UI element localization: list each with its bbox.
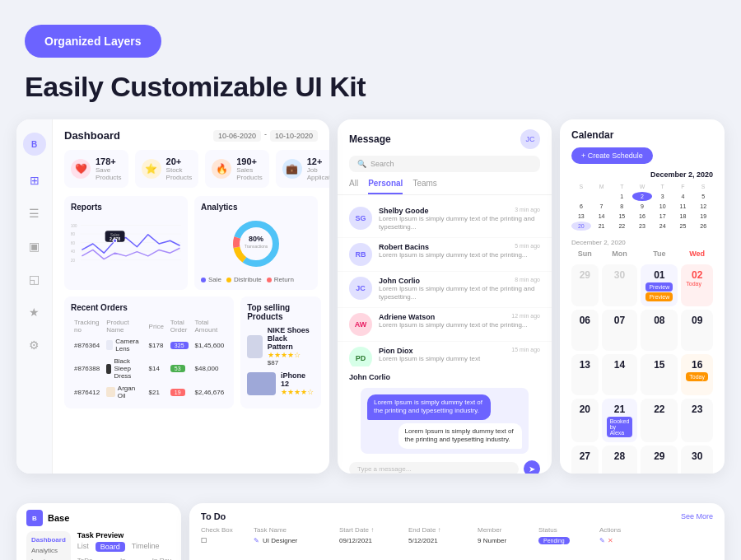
mini-cal-date[interactable]: 14 [592,212,612,221]
col-enddate: End Date ↑ [408,526,474,534]
mini-cal-date[interactable]: 4 [673,192,693,201]
mini-cal-date[interactable]: 1 [612,192,631,201]
sidebar-icon-table[interactable]: ▣ [26,238,43,254]
svg-text:60: 60 [71,241,75,245]
message-item[interactable]: PD Pion Diox 15 min ago Lorem Ipsum is s… [338,342,552,366]
col-taskname: Task Name [254,526,336,534]
cal-day-13[interactable]: 13 [571,354,599,395]
msg-content: Robert Bacins 5 min ago Lorem Ipsum is s… [379,243,540,259]
mini-cal-date[interactable]: 20 [571,222,591,231]
mini-cal-date[interactable]: 23 [632,222,652,231]
sidebar-icon-list[interactable]: ☰ [26,205,43,222]
cell-order: 19 [167,382,192,402]
cal-day-16[interactable]: 16 Today [681,354,713,395]
mini-cal-date[interactable]: 12 [693,202,713,211]
mini-cal-date-today[interactable]: 2 [632,192,652,201]
cal-day-02[interactable]: 02 Today [681,264,713,306]
tab-board[interactable]: Board [96,542,125,552]
mini-cal-date[interactable]: 7 [592,202,612,211]
mini-cal-date[interactable]: 24 [653,222,673,231]
mini-cal-date[interactable]: 19 [693,212,713,221]
mini-cal-date[interactable]: 15 [612,212,631,221]
messages-search-bar[interactable]: 🔍 Search [349,156,540,172]
sidebar-item-dashboard[interactable]: Dashboard [31,536,66,544]
tab-personal[interactable]: Personal [368,179,403,194]
mini-cal-date[interactable]: 8 [612,202,631,211]
sidebar-icon-grid[interactable]: ⊞ [26,172,43,189]
message-item[interactable]: JC John Corlio 8 min ago Lorem Ipsum is … [338,272,552,308]
mini-cal-date[interactable] [592,192,612,201]
mini-cal-date[interactable]: 5 [693,192,713,201]
edit-action[interactable]: ✎ [599,537,605,544]
message-item[interactable]: RB Robert Bacins 5 min ago Lorem Ipsum i… [338,238,552,272]
mini-cal-date[interactable]: 22 [612,222,631,231]
order-badge: 53 [170,365,185,372]
base-label: Base [48,513,69,523]
cal-day-22[interactable]: 22 [641,399,678,442]
cal-day-29b[interactable]: 29 [641,446,678,474]
see-more-link[interactable]: See More [681,512,713,520]
cal-day-15[interactable]: 15 [641,354,678,395]
msg-name: Robert Bacins [379,243,429,251]
cell-price: $178 [146,335,167,355]
mini-cal-date[interactable]: 6 [571,202,591,211]
stat-label-stock: Stock Products [166,166,193,181]
mini-cal-date[interactable]: 16 [632,212,652,221]
mini-cal-date[interactable]: 11 [673,202,693,211]
tab-teams[interactable]: Teams [412,179,436,194]
cal-day-21[interactable]: 21 Booked by Alexa [602,399,638,442]
stat-value-save: 178+ [96,156,122,166]
mini-cal-date[interactable]: 10 [653,202,673,211]
table-row: #876364 Camera Lens $178 325 [71,335,227,355]
message-item[interactable]: SG Shelby Goode 3 min ago Lorem Ipsum is… [338,202,552,238]
user-avatar-aw: AW [349,313,372,336]
col-member: Member [478,526,535,534]
create-schedule-button[interactable]: + Create Schedule [571,147,653,164]
sidebar-icon-layers[interactable]: ◱ [26,271,43,287]
cal-day-01[interactable]: 01 Preview Preview [641,264,678,306]
cal-day-27[interactable]: 27 [571,446,599,474]
reports-chart-panel: Reports 100 80 60 40 20 [64,196,188,290]
mini-cal-date[interactable] [571,192,591,201]
chat-input[interactable]: Type a message... [349,462,519,474]
date-to[interactable]: 10-10-2020 [270,130,318,142]
cal-day-20[interactable]: 20 [571,399,599,442]
bottom-row: B Base Dashboard Analytics Invoice Sched… [0,503,741,560]
mini-cal-date[interactable]: 3 [653,192,673,201]
cal-day-08[interactable]: 08 [641,310,678,351]
cal-day-28[interactable]: 28 [602,446,638,474]
mini-cal-date[interactable]: 26 [693,222,713,231]
cal-day-14[interactable]: 14 [602,354,638,395]
sidebar-icon-settings[interactable]: ⚙ [26,337,43,353]
tab-timeline[interactable]: Timeline [132,542,160,552]
stat-icon-briefcase: 💼 [282,159,302,179]
in-review-col-label: In Rev [152,557,183,560]
cal-day-30b[interactable]: 30 [681,446,713,474]
mini-cal-grid: S M T W T F S 1 2 3 4 5 6 7 8 [571,182,713,231]
cal-day-06[interactable]: 06 [571,310,599,351]
sidebar-item-analytics[interactable]: Analytics [31,547,66,554]
organized-layers-button[interactable]: Organized Layers [25,25,161,58]
message-item[interactable]: AW Adriene Watson 12 min ago Lorem Ipsum… [338,308,552,342]
mini-cal-date[interactable]: 25 [673,222,693,231]
task-col-todo: ToDo Dashboard Design [77,557,115,560]
mini-cal-date[interactable]: 13 [571,212,591,221]
mini-cal-date[interactable]: 18 [673,212,693,221]
mini-cal-date[interactable]: 9 [632,202,652,211]
cal-day-07[interactable]: 07 [602,310,638,351]
cal-day-09[interactable]: 09 [681,310,713,351]
checkbox-cell[interactable]: ☐ [201,537,250,544]
cal-day-30[interactable]: 30 [602,264,638,306]
mini-cal-date[interactable]: 21 [592,222,612,231]
tab-list[interactable]: List [77,542,89,552]
sidebar-icon-star[interactable]: ★ [26,304,43,320]
cal-day-23[interactable]: 23 [681,399,713,442]
delete-action[interactable]: ✕ [608,537,613,544]
date-from[interactable]: 10-06-2020 [213,130,261,142]
cal-day-29[interactable]: 29 [571,264,599,306]
msg-preview: Lorem Ipsum is simply dummy text [379,355,540,363]
mini-cal-date[interactable]: 17 [653,212,673,221]
tab-all[interactable]: All [349,179,358,194]
hero-title: Easily Customizable UI Kit [25,71,716,103]
send-button[interactable]: ➤ [524,460,540,474]
